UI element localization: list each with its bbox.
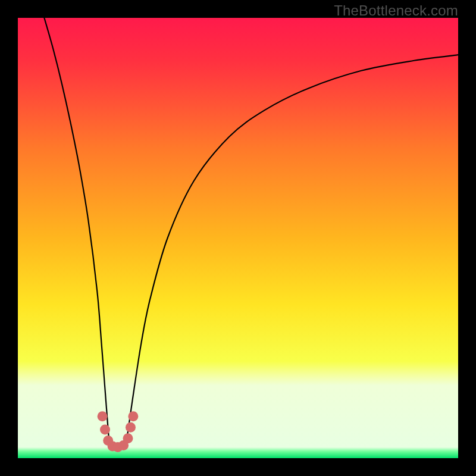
chart-frame [18,18,458,458]
svg-point-6 [123,433,133,443]
svg-point-8 [128,411,138,421]
svg-point-7 [126,422,136,433]
bottleneck-curve-chart [18,18,458,458]
svg-point-0 [98,411,108,421]
gradient-background [18,18,458,458]
watermark-text: TheBottleneck.com [334,2,458,19]
svg-point-1 [100,424,110,434]
